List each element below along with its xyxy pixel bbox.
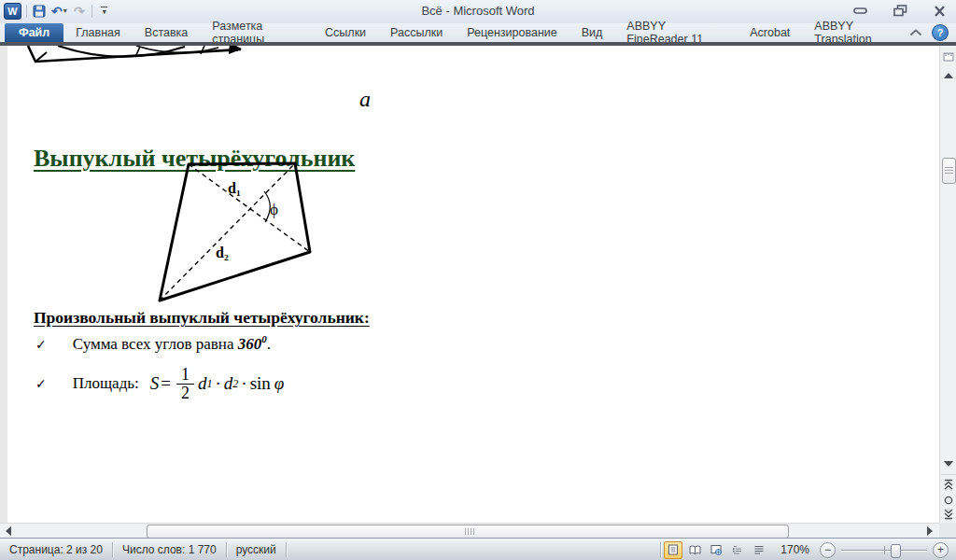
checkmark-icon: ✓ xyxy=(35,376,47,391)
close-button[interactable] xyxy=(930,3,949,19)
title-bar: W ↶ ▾ ↷ ▾ Всё - Microsoft W xyxy=(0,0,956,24)
zoom-slider[interactable] xyxy=(841,543,927,557)
view-ruler-button[interactable] xyxy=(941,49,956,64)
section-subheading: Произвольный выпуклый четырёхугольник: xyxy=(34,308,370,328)
zoom-level-indicator[interactable]: 170% xyxy=(780,543,809,556)
tab-page-layout[interactable]: Разметка страницы xyxy=(200,23,313,42)
tab-file[interactable]: Файл xyxy=(5,23,63,42)
print-layout-icon xyxy=(668,544,679,555)
document-area: a Выпуклый четырёхугольник d₁ ϕ d₂ Произ… xyxy=(0,46,939,523)
reading-view-icon xyxy=(689,545,701,555)
scroll-left-button[interactable] xyxy=(1,525,16,538)
arrow-left-icon xyxy=(6,526,11,536)
view-outline-button[interactable] xyxy=(728,541,747,559)
word-window: W ↶ ▾ ↷ ▾ Всё - Microsoft W xyxy=(0,0,956,560)
circle-icon xyxy=(944,496,953,505)
draft-view-icon xyxy=(753,544,765,555)
zoom-slider-thumb[interactable] xyxy=(891,544,901,558)
language-indicator[interactable]: русский xyxy=(227,541,286,558)
diagonal-d1-label: d₁ xyxy=(228,180,241,196)
arrow-up-icon xyxy=(944,73,953,78)
checkmark-icon: ✓ xyxy=(35,337,47,352)
ribbon-tab-row: Файл Главная Вставка Разметка страницы С… xyxy=(0,23,956,42)
horizontal-scroll-thumb[interactable] xyxy=(147,525,789,539)
tab-acrobat[interactable]: Acrobat xyxy=(738,23,802,42)
divider xyxy=(286,542,287,557)
area-formula: S = 1 2 d1 · d2 · sin φ xyxy=(150,366,285,402)
tab-review[interactable]: Рецензирование xyxy=(455,23,569,42)
status-bar-right: 170% − + xyxy=(660,541,956,559)
scroll-down-button[interactable] xyxy=(941,456,956,471)
double-chevron-up-icon xyxy=(944,479,953,490)
ruler-icon xyxy=(943,51,954,63)
divider xyxy=(660,542,661,557)
word-count-indicator[interactable]: Число слов: 1 770 xyxy=(113,541,226,558)
document-page[interactable]: a Выпуклый четырёхугольник d₁ ϕ d₂ Произ… xyxy=(7,46,939,523)
select-browse-object-button[interactable] xyxy=(941,493,956,508)
scroll-right-button[interactable] xyxy=(922,525,937,538)
tab-references[interactable]: Ссылки xyxy=(313,23,378,42)
restore-button[interactable] xyxy=(891,3,909,19)
bullet-area-formula: ✓ Площадь: S = 1 2 d1 · d2 · sin φ xyxy=(35,366,284,402)
next-page-button[interactable] xyxy=(941,507,956,522)
previous-page-button[interactable] xyxy=(941,477,956,492)
page-number-indicator[interactable]: Страница: 2 из 20 xyxy=(0,541,112,558)
area-label: Площадь: xyxy=(73,374,139,393)
minimize-ribbon-icon[interactable] xyxy=(909,28,922,37)
double-chevron-down-icon xyxy=(944,509,953,520)
angle-phi-label: ϕ xyxy=(270,201,278,218)
minimize-icon xyxy=(853,7,868,15)
minimize-button[interactable] xyxy=(851,3,870,19)
diagonal-d2-label: d₂ xyxy=(216,245,229,260)
fraction-one-half: 1 2 xyxy=(176,366,194,402)
bullet-sum-of-angles: ✓ Сумма всех углов равна 3600. xyxy=(35,333,271,354)
bullet-text: Сумма всех углов равна 3600. xyxy=(73,333,271,354)
tab-home[interactable]: Главная xyxy=(63,23,133,42)
scroll-up-button[interactable] xyxy=(941,68,956,83)
quadrilateral-figure: d₁ ϕ d₂ xyxy=(149,154,336,305)
zoom-in-button[interactable]: + xyxy=(933,542,949,558)
zoom-slider-center-tick xyxy=(884,546,885,554)
close-icon xyxy=(934,6,946,17)
arrow-right-icon xyxy=(927,526,933,536)
tab-insert[interactable]: Вставка xyxy=(133,23,200,42)
view-web-layout-button[interactable] xyxy=(707,541,725,559)
figure-label-a: a xyxy=(359,87,371,112)
arrow-down-icon xyxy=(944,461,953,467)
view-full-screen-reading-button[interactable] xyxy=(685,541,704,559)
scrollbar-corner xyxy=(939,523,956,539)
tab-abbyy-translation[interactable]: ABBYY Translation xyxy=(802,23,909,42)
help-button[interactable]: ? xyxy=(932,24,949,41)
window-controls xyxy=(851,3,949,19)
vertical-scrollbar[interactable] xyxy=(939,46,956,523)
outline-view-icon xyxy=(732,544,743,555)
horizontal-scrollbar[interactable] xyxy=(0,523,939,539)
web-layout-icon xyxy=(710,544,722,555)
window-title: Всё - Microsoft Word xyxy=(0,4,956,18)
view-draft-button[interactable] xyxy=(750,541,768,559)
status-bar: Страница: 2 из 20 Число слов: 1 770 русс… xyxy=(0,538,956,560)
zoom-out-button[interactable]: − xyxy=(820,542,836,558)
tab-mailings[interactable]: Рассылки xyxy=(378,23,455,42)
clipped-triangle-figure xyxy=(23,46,257,66)
tab-view[interactable]: Вид xyxy=(569,23,615,42)
tab-abbyy-finereader[interactable]: ABBYY FineReader 11 xyxy=(614,23,738,42)
view-print-layout-button[interactable] xyxy=(664,541,682,559)
vertical-scroll-thumb[interactable] xyxy=(942,158,956,184)
restore-icon xyxy=(893,5,907,17)
